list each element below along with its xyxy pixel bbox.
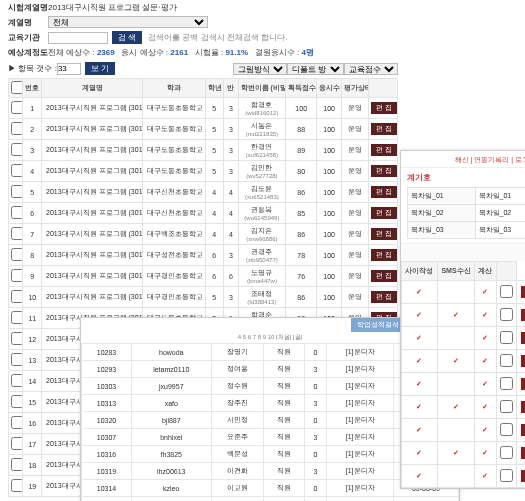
edit-button[interactable]: 수 정 (521, 447, 525, 459)
cell: 대구신천초등학교 (143, 182, 205, 203)
cell (9, 203, 23, 224)
table-row: 12013대구시직원 프로그램 (301)대구도동초등학교53함경호(wid81… (9, 98, 398, 119)
cell: ✓ (437, 304, 474, 327)
cell: 수 정 (517, 373, 525, 396)
cell: 2013대구시직원 프로그램 (301) (42, 266, 143, 287)
pagesize-select[interactable]: 그림방식 (233, 63, 287, 75)
cell: 대구경인초등학교 (143, 266, 205, 287)
edit-button[interactable]: 편 집 (371, 249, 397, 261)
cell: 대구도동초등학교 (143, 140, 205, 161)
org-input[interactable] (48, 32, 108, 44)
row-checkbox[interactable] (500, 285, 513, 298)
edit-button[interactable]: 수 정 (521, 286, 525, 298)
row-checkbox[interactable] (11, 479, 23, 492)
check-icon: ✓ (482, 403, 488, 410)
cell: 이교원 (211, 480, 264, 497)
row-checkbox[interactable] (11, 227, 23, 240)
col-header (496, 262, 517, 281)
cell: 조태정(fd388413) (238, 287, 286, 308)
cell: 10316 (82, 446, 132, 463)
course-select[interactable]: 전체 (48, 16, 208, 28)
row-checkbox[interactable] (11, 248, 23, 261)
row-checkbox[interactable] (500, 469, 513, 482)
row-checkbox[interactable] (11, 122, 23, 135)
row-checkbox[interactable] (11, 353, 23, 366)
cell: 편 집 (368, 224, 397, 245)
cell: 6 (224, 266, 238, 287)
stats-c-value: 91.1% (225, 48, 248, 57)
col-header: SMS수신 (437, 262, 474, 281)
edit-button[interactable]: 편 집 (371, 291, 397, 303)
row-checkbox[interactable] (500, 400, 513, 413)
cell: 5 (205, 98, 224, 119)
cell: ✓ (475, 442, 497, 465)
edit-button[interactable]: 편 집 (371, 186, 397, 198)
sort-select[interactable]: 디폴트 방 (287, 63, 344, 75)
row-checkbox[interactable] (11, 143, 23, 156)
row-checkbox[interactable] (500, 446, 513, 459)
row-checkbox[interactable] (11, 290, 23, 303)
tab-absence-course[interactable]: 학업성적결석 (351, 318, 405, 332)
cell: ✓ (402, 327, 438, 350)
side-top-links[interactable]: 해신 | 연동기록리 | 로그아웃 (401, 151, 525, 168)
row-checkbox[interactable] (500, 423, 513, 436)
cell (9, 413, 23, 434)
cell: 직원 (264, 344, 304, 361)
row-checkbox[interactable] (11, 395, 23, 408)
check-icon: ✓ (482, 288, 488, 295)
search-button[interactable]: 검 색 (112, 31, 142, 44)
row-checkbox[interactable] (500, 331, 513, 344)
cell: 5 (205, 140, 224, 161)
cell: [1]운디자 (327, 395, 393, 412)
go-button[interactable]: 보 기 (85, 62, 115, 75)
row-checkbox[interactable] (11, 332, 23, 345)
edit-button[interactable]: 수 정 (521, 355, 525, 367)
row-checkbox[interactable] (11, 311, 23, 324)
row-checkbox[interactable] (500, 308, 513, 321)
edit-button[interactable]: 편 집 (371, 270, 397, 282)
edit-button[interactable]: 수 정 (521, 309, 525, 321)
row-checkbox[interactable] (11, 269, 23, 282)
row-checkbox[interactable] (11, 206, 23, 219)
cell: 10303 (82, 378, 132, 395)
edit-button[interactable]: 수 정 (521, 378, 525, 390)
cell: 86 (286, 287, 317, 308)
row-checkbox[interactable] (11, 101, 23, 114)
cell (9, 98, 23, 119)
cell: 2013대구시직원 프로그램 (301) (42, 119, 143, 140)
row-checkbox[interactable] (11, 185, 23, 198)
row-checkbox[interactable] (500, 377, 513, 390)
table-row: 82013대구시직원 프로그램 (301)대구성전초등학교63권경주(zib95… (9, 245, 398, 266)
row-checkbox[interactable] (500, 354, 513, 367)
cell: ✓ (437, 396, 474, 419)
edit-button[interactable]: 편 집 (371, 165, 397, 177)
edit-button[interactable]: 편 집 (371, 102, 397, 114)
edit-button[interactable]: 편 집 (371, 228, 397, 240)
cell: 4 (205, 182, 224, 203)
cell: 100 (317, 98, 342, 119)
cell: 2013대구시직원 프로그램 (301) (42, 140, 143, 161)
check-icon: ✓ (482, 357, 488, 364)
edit-button[interactable]: 편 집 (371, 207, 397, 219)
cell: ✓ (402, 373, 438, 396)
cell: 12 (23, 329, 42, 350)
select-all-checkbox[interactable] (11, 81, 23, 94)
row-checkbox[interactable] (11, 374, 23, 387)
row-checkbox[interactable] (11, 416, 23, 429)
cell: 3 (224, 161, 238, 182)
grade-select[interactable]: 교육점수 (344, 63, 398, 75)
cell (9, 140, 23, 161)
cell: 운영 (342, 140, 369, 161)
edit-button[interactable]: 수 정 (521, 424, 525, 436)
row-checkbox[interactable] (11, 164, 23, 177)
row-checkbox[interactable] (11, 437, 23, 450)
perpage-input[interactable] (57, 63, 81, 75)
edit-button[interactable]: 편 집 (371, 144, 397, 156)
edit-button[interactable]: 수 정 (521, 332, 525, 344)
edit-button[interactable]: 편 집 (371, 123, 397, 135)
edit-button[interactable]: 수 정 (521, 470, 525, 482)
row-checkbox[interactable] (11, 458, 23, 471)
cell (9, 161, 23, 182)
edit-button[interactable]: 수 정 (521, 401, 525, 413)
cell: 16 (23, 413, 42, 434)
